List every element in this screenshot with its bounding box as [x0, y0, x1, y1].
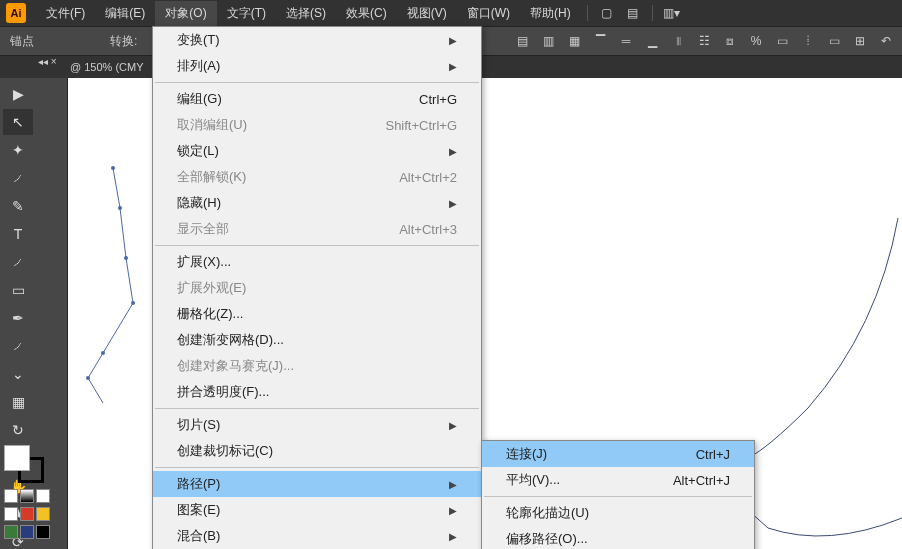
dist-v-icon[interactable]: ☷: [694, 32, 714, 50]
divider: [652, 5, 653, 21]
menu-item-label: 混合(B): [177, 527, 220, 545]
menu-view[interactable]: 视图(V): [397, 1, 457, 26]
rotate-tool[interactable]: ↻: [3, 417, 33, 443]
none-mode-icon[interactable]: [36, 489, 50, 503]
menu-item[interactable]: 路径(P)▶: [153, 471, 481, 497]
menu-item[interactable]: 创建裁切标记(C): [153, 438, 481, 464]
submenu-arrow-icon: ▶: [449, 146, 457, 157]
menu-item: 扩展外观(E): [153, 275, 481, 301]
menu-item-label: 隐藏(H): [177, 194, 221, 212]
menu-text[interactable]: 文字(T): [217, 1, 276, 26]
type-tool[interactable]: T: [3, 221, 33, 247]
menu-item: 创建对象马赛克(J)...: [153, 353, 481, 379]
menu-shortcut: Ctrl+G: [419, 92, 457, 107]
menu-item[interactable]: 扩展(X)...: [153, 249, 481, 275]
menu-window[interactable]: 窗口(W): [457, 1, 520, 26]
menu-item[interactable]: 排列(A)▶: [153, 53, 481, 79]
paintbrush-tool[interactable]: ✒: [3, 305, 33, 331]
rectangle-tool[interactable]: ▭: [3, 277, 33, 303]
menu-item-label: 创建裁切标记(C): [177, 442, 273, 460]
submenu-item[interactable]: 平均(V)...Alt+Ctrl+J: [482, 467, 754, 493]
doc-open-icon[interactable]: ▤: [622, 3, 644, 23]
menu-item-label: 扩展外观(E): [177, 279, 246, 297]
menu-object[interactable]: 对象(O): [155, 1, 216, 26]
menu-separator: [484, 496, 752, 497]
menu-item-label: 锁定(L): [177, 142, 219, 160]
workspace-icon[interactable]: ▥▾: [661, 3, 683, 23]
distribute-icon[interactable]: ⧈: [720, 32, 740, 50]
swatch-black[interactable]: [36, 525, 50, 539]
align-icons-group: ▤ ▥ ▦ ▔ ═ ▁ ⫴ ☷ ⧈ % ▭ ⦙ ▭ ⊞ ↶: [512, 32, 902, 50]
submenu-arrow-icon: ▶: [449, 420, 457, 431]
swatch-white[interactable]: [4, 507, 18, 521]
dist-h-icon[interactable]: ⫴: [668, 32, 688, 50]
menu-item[interactable]: 栅格化(Z)...: [153, 301, 481, 327]
color-mode-row: [4, 489, 62, 503]
menu-separator: [155, 82, 479, 83]
pencil-tool[interactable]: ⟋: [3, 333, 33, 359]
menu-item-label: 扩展(X)...: [177, 253, 231, 271]
align-artboard-icon[interactable]: ▭: [824, 32, 844, 50]
pen-tool[interactable]: ✎: [3, 193, 33, 219]
document-tab[interactable]: @ 150% (CMY: [70, 61, 144, 73]
swatch-blue[interactable]: [20, 525, 34, 539]
menu-item-label: 拼合透明度(F)...: [177, 383, 269, 401]
menu-item[interactable]: 变换(T)▶: [153, 27, 481, 53]
anchor-label: 锚点: [10, 33, 34, 50]
menu-item[interactable]: 切片(S)▶: [153, 412, 481, 438]
align-center-icon[interactable]: ▥: [538, 32, 558, 50]
path-submenu: 连接(J)Ctrl+J平均(V)...Alt+Ctrl+J轮廓化描边(U)偏移路…: [481, 440, 755, 549]
eraser-tool[interactable]: ▦: [3, 389, 33, 415]
line-tool[interactable]: ⟋: [3, 249, 33, 275]
fill-swatch[interactable]: [4, 445, 30, 471]
submenu-item[interactable]: 连接(J)Ctrl+J: [482, 441, 754, 467]
menu-shortcut: Alt+Ctrl+J: [673, 473, 730, 488]
direct-selection-tool[interactable]: ↖: [3, 109, 33, 135]
menu-item[interactable]: 锁定(L)▶: [153, 138, 481, 164]
blob-brush-tool[interactable]: ⌄: [3, 361, 33, 387]
menu-edit[interactable]: 编辑(E): [95, 1, 155, 26]
menu-help[interactable]: 帮助(H): [520, 1, 581, 26]
doc-new-icon[interactable]: ▢: [596, 3, 618, 23]
menu-item[interactable]: 混合(B)▶: [153, 523, 481, 549]
selection-tool[interactable]: ▶: [3, 81, 33, 107]
align-left-icon[interactable]: ▤: [512, 32, 532, 50]
app-logo: Ai: [6, 3, 26, 23]
align-points-icon[interactable]: ⦙: [798, 32, 818, 50]
menu-select[interactable]: 选择(S): [276, 1, 336, 26]
draw-normal-icon[interactable]: [4, 489, 18, 503]
menu-item[interactable]: 图案(E)▶: [153, 497, 481, 523]
submenu-item[interactable]: 偏移路径(O)...: [482, 526, 754, 549]
menu-file[interactable]: 文件(F): [36, 1, 95, 26]
menu-item[interactable]: 编组(G)Ctrl+G: [153, 86, 481, 112]
lasso-tool[interactable]: ⟋: [3, 165, 33, 191]
align-bottom-icon[interactable]: ▁: [642, 32, 662, 50]
submenu-item[interactable]: 轮廓化描边(U): [482, 500, 754, 526]
menu-item-label: 栅格化(Z)...: [177, 305, 243, 323]
menu-item[interactable]: 创建渐变网格(D)...: [153, 327, 481, 353]
menu-item-label: 切片(S): [177, 416, 220, 434]
align-middle-icon[interactable]: ═: [616, 32, 636, 50]
svg-point-0: [111, 166, 115, 170]
menu-item[interactable]: 隐藏(H)▶: [153, 190, 481, 216]
swatch-red[interactable]: [20, 507, 34, 521]
menu-effect[interactable]: 效果(C): [336, 1, 397, 26]
tabs-collapse-icon[interactable]: ◂◂ ×: [38, 56, 57, 67]
swatch-yellow[interactable]: [36, 507, 50, 521]
menu-bar: Ai 文件(F) 编辑(E) 对象(O) 文字(T) 选择(S) 效果(C) 视…: [0, 0, 902, 26]
fill-stroke-swatch[interactable]: [4, 445, 62, 539]
swatch-green[interactable]: [4, 525, 18, 539]
tool-panel: ▶ ↖ ✦ ⟋ ✎ T ⟋ ▭ ✒ ⟋ ⌄ ▦ ↻ ▦ ✋ ★ ⟳ ⟲ ◧ ▨ …: [0, 78, 68, 549]
undo-icon[interactable]: ↶: [876, 32, 896, 50]
grid-icon[interactable]: ⊞: [850, 32, 870, 50]
svg-point-2: [124, 256, 128, 260]
menu-item-label: 全部解锁(K): [177, 168, 246, 186]
menu-item[interactable]: 拼合透明度(F)...: [153, 379, 481, 405]
distribute-btn[interactable]: ▭: [772, 32, 792, 50]
menu-shortcut: Shift+Ctrl+G: [385, 118, 457, 133]
align-right-icon[interactable]: ▦: [564, 32, 584, 50]
magic-wand-tool[interactable]: ✦: [3, 137, 33, 163]
gradient-mode-icon[interactable]: [20, 489, 34, 503]
menu-item-label: 创建渐变网格(D)...: [177, 331, 284, 349]
align-top-icon[interactable]: ▔: [590, 32, 610, 50]
